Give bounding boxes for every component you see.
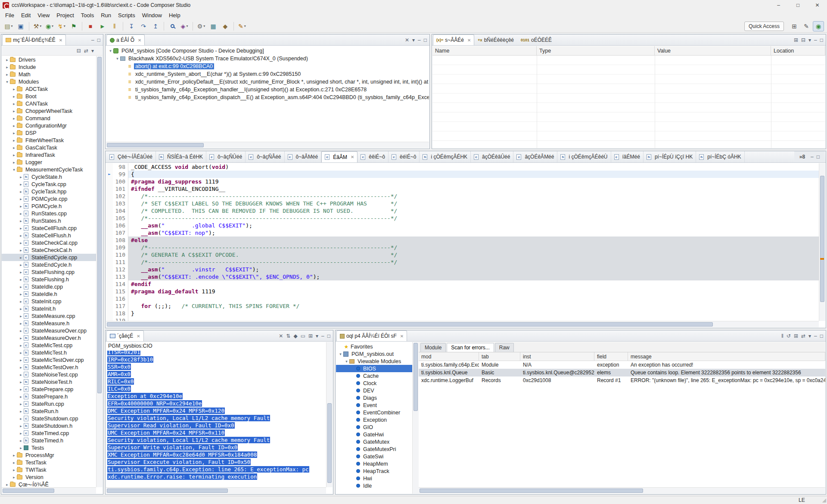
rov-column-inst[interactable]: inst: [520, 352, 594, 361]
resume-icon[interactable]: ►: [97, 21, 108, 31]
explorer-item[interactable]: ▸DSP: [2, 129, 96, 137]
rov-tree-item[interactable]: Cache: [336, 372, 412, 380]
tab-debug[interactable]: a ÉÂÍ Õ ✕: [106, 34, 145, 45]
explorer-item[interactable]: ▸ADCTask: [2, 85, 96, 93]
explorer-item[interactable]: ▸cStateCheckCal.cpp: [2, 239, 96, 246]
explorer-item[interactable]: ▸cStateTimed.cpp: [2, 429, 96, 437]
explorer-item[interactable]: ▸Logger: [2, 159, 96, 166]
rov-tree-item[interactable]: ▾PGM_sysbios.out: [336, 350, 412, 358]
menu-run[interactable]: Run: [97, 11, 115, 20]
tab-registers[interactable]: 0101oÉÔËÉÊ: [517, 34, 555, 45]
explorer-item[interactable]: ▸cCycleTask.cpp: [2, 180, 96, 188]
code-line[interactable]: 98_CODE_ACCESS void abort(void): [106, 163, 819, 171]
hidden-editors-count[interactable]: »8: [797, 154, 808, 160]
close-button[interactable]: ✕: [808, 0, 827, 10]
explorer-item[interactable]: ▸TestTask: [2, 459, 96, 466]
code-line[interactable]: 114#endif: [106, 280, 819, 288]
console-line[interactable]: DMC Exception MPFAR=0x24 MPFSR=0x120: [107, 407, 326, 414]
code-editor[interactable]: 98_CODE_ACCESS void abort(void)►99{100#p…: [106, 163, 819, 321]
chevron-right-icon[interactable]: ▸: [11, 475, 17, 479]
minimize-button[interactable]: –: [769, 0, 788, 10]
chevron-right-icon[interactable]: ▸: [18, 182, 24, 187]
annotation-ruler[interactable]: [106, 229, 113, 236]
explorer-item[interactable]: ▸hStateMeasure.h: [2, 320, 96, 327]
chevron-right-icon[interactable]: ▸: [18, 212, 24, 216]
rov-tab-module[interactable]: Module: [420, 343, 446, 352]
chevron-right-icon[interactable]: ▸: [18, 248, 24, 252]
explorer-item[interactable]: ▸hStateFlushing.h: [2, 276, 96, 283]
chevron-right-icon[interactable]: ▸: [11, 124, 17, 128]
chevron-right-icon[interactable]: ▸: [18, 351, 24, 355]
console-line[interactable]: XMC Exception MPFAR=0xc28e64d0 MPFSR=0x1…: [107, 451, 326, 458]
code-line[interactable]: 105 /*----------------------------------…: [106, 215, 819, 222]
annotation-ruler[interactable]: [106, 273, 113, 280]
rov-tree-item[interactable]: HeapTrack: [336, 467, 412, 475]
code-line[interactable]: 113 __asm("C$$EXIT: .encode \"C$$EXIT\",…: [106, 273, 819, 280]
maximize-icon[interactable]: □: [424, 37, 427, 43]
chevron-right-icon[interactable]: ▸: [18, 336, 24, 340]
code-line[interactable]: 106 __asm(" .global C$$EXIT");: [106, 222, 819, 229]
code-line[interactable]: 107 __asm("C$$EXIT: nop");: [106, 229, 819, 236]
annotation-ruler[interactable]: [106, 178, 113, 185]
editor-tab[interactable]: hpí~ÍÉbÇ óÅHK: [696, 151, 744, 162]
save-icon[interactable]: ▣: [15, 21, 26, 31]
search-icon[interactable]: [167, 21, 178, 31]
chevron-right-icon[interactable]: ▸: [11, 138, 17, 143]
editor-tab[interactable]: cô~âçÑÂéé: [246, 151, 284, 162]
chevron-right-icon[interactable]: ▸: [18, 292, 24, 296]
terminate-icon[interactable]: ■: [85, 21, 96, 31]
open-console-icon[interactable]: ⊞: [308, 333, 313, 339]
chevron-right-icon[interactable]: ▸: [11, 131, 17, 135]
close-icon[interactable]: ✕: [59, 38, 62, 43]
explorer-item[interactable]: ▸TWITask: [2, 466, 96, 473]
explorer-item[interactable]: ▸cStateMicTestOver.cpp: [2, 356, 96, 364]
code-line[interactable]: 104 /* COMPLETED. THIS CAN BE REMOVED IF…: [106, 207, 819, 215]
close-icon[interactable]: ✕: [138, 38, 141, 43]
rov-tree-scrollbar[interactable]: [412, 342, 419, 494]
chevron-right-icon[interactable]: ▸: [11, 87, 17, 91]
chevron-down-icon[interactable]: ▾: [115, 56, 120, 61]
explorer-item[interactable]: ▸hStateShutdown.h: [2, 422, 96, 429]
rov-tree-item[interactable]: ★Favorites: [336, 343, 412, 350]
explorer-item[interactable]: ▸Çœ¬-Íö¾ÅÊ: [2, 481, 96, 487]
minimize-icon[interactable]: –: [418, 37, 421, 43]
annotation-ruler[interactable]: [106, 280, 113, 288]
explorer-item[interactable]: ▸FilterWheelTask: [2, 137, 96, 144]
maximize-icon[interactable]: □: [817, 154, 820, 160]
chevron-right-icon[interactable]: ▸: [4, 58, 10, 62]
chevron-right-icon[interactable]: ▸: [18, 270, 24, 274]
chevron-right-icon[interactable]: ▸: [18, 373, 24, 377]
explorer-item[interactable]: ▸hCycleTask.hpp: [2, 188, 96, 195]
explorer-item[interactable]: ▸hStatePrepare.h: [2, 393, 96, 400]
tab-rov[interactable]: oql p4 ÃÅÍ¼Éí ÉÔl sF ✕: [336, 330, 407, 341]
chevron-right-icon[interactable]: ▸: [18, 263, 24, 267]
clear-console-icon[interactable]: ✕: [279, 333, 283, 339]
pin-icon[interactable]: ◆: [220, 21, 231, 31]
chevron-right-icon[interactable]: ▸: [18, 241, 24, 245]
editor-tab[interactable]: cëéïÉ~ô: [389, 151, 420, 162]
explorer-item[interactable]: ▸hStateInit.h: [2, 305, 96, 312]
minimize-icon[interactable]: –: [811, 154, 814, 160]
chevron-right-icon[interactable]: ▸: [18, 343, 24, 348]
rov-column-field[interactable]: field: [594, 352, 628, 361]
step-return-icon[interactable]: ↥: [150, 21, 161, 31]
debug-row[interactable]: ≡ti_sysbios_family_c64p_Exception_dispat…: [106, 93, 429, 101]
step-over-icon[interactable]: ↷: [138, 21, 149, 31]
chevron-right-icon[interactable]: ▸: [18, 402, 24, 406]
explorer-item[interactable]: ▸Drivers: [2, 56, 96, 63]
chevron-right-icon[interactable]: ▸: [18, 197, 24, 201]
rov-tree-item[interactable]: Clock: [336, 380, 412, 387]
editor-horizontal-scrollbar[interactable]: [106, 321, 819, 327]
resize-grip[interactable]: ◢: [822, 497, 826, 503]
chevron-right-icon[interactable]: ▸: [11, 468, 17, 472]
menu-help[interactable]: Help: [165, 11, 184, 20]
annotation-ruler[interactable]: [106, 185, 113, 193]
chevron-right-icon[interactable]: ▸: [11, 160, 17, 165]
chevron-right-icon[interactable]: ▸: [4, 72, 10, 77]
chevron-right-icon[interactable]: ▸: [18, 329, 24, 333]
explorer-item[interactable]: ▸cStateInit.cpp: [2, 298, 96, 305]
explorer-item[interactable]: ▸hStateRun.h: [2, 408, 96, 415]
explorer-item[interactable]: ▸Command: [2, 115, 96, 122]
annotation-ruler[interactable]: [106, 207, 113, 215]
explorer-item[interactable]: ▸hStateMicTestOver.h: [2, 364, 96, 371]
